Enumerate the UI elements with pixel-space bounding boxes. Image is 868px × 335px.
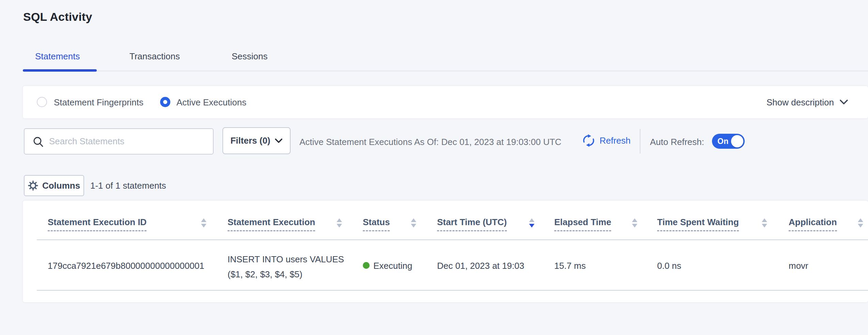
cell-statement-execution-id: 179cca7921e679b80000000000000001: [48, 261, 204, 271]
radio-label-active-executions[interactable]: Active Executions: [176, 97, 246, 107]
refresh-button-label: Refresh: [600, 135, 631, 146]
columns-button[interactable]: Columns: [24, 175, 84, 196]
page-title: SQL Activity: [23, 10, 92, 24]
toggle-state-label: On: [717, 137, 729, 146]
statements-table: Statement Execution ID Statement Executi…: [23, 201, 868, 302]
cell-elapsed-time: 15.7 ms: [554, 261, 586, 271]
column-header-application[interactable]: Application: [789, 217, 837, 231]
sort-icon-elapsed-time[interactable]: [632, 218, 637, 228]
refresh-button[interactable]: Refresh: [582, 134, 631, 147]
gear-icon: [28, 180, 38, 191]
cell-status: Executing: [373, 261, 412, 271]
filters-button[interactable]: Filters (0): [222, 127, 291, 154]
sort-icon-application[interactable]: [858, 218, 863, 228]
result-count: 1-1 of 1 statements: [90, 180, 166, 191]
column-header-status[interactable]: Status: [363, 217, 390, 231]
cell-statement-execution: INSERT INTO users VALUES ($1, $2, $3, $4…: [228, 252, 344, 282]
show-description-toggle[interactable]: Show description: [766, 97, 848, 107]
search-icon: [32, 136, 45, 149]
view-mode-card: Statement Fingerprints Active Executions…: [23, 86, 868, 118]
radio-active-executions[interactable]: [160, 97, 170, 107]
columns-button-label: Columns: [42, 180, 80, 191]
column-header-statement-execution-id[interactable]: Statement Execution ID: [48, 217, 146, 231]
column-header-elapsed-time[interactable]: Elapsed Time: [554, 217, 611, 231]
filters-button-label: Filters (0): [230, 135, 270, 146]
table-header-separator: [37, 239, 868, 240]
status-dot-icon: [363, 262, 370, 269]
column-header-time-spent-waiting[interactable]: Time Spent Waiting: [657, 217, 739, 231]
active-tab-indicator: [23, 69, 97, 72]
sort-icon-start-time[interactable]: [529, 218, 534, 228]
toolbar-divider: [640, 129, 640, 154]
statement-line-1: INSERT INTO users VALUES: [228, 252, 344, 267]
column-header-statement-execution[interactable]: Statement Execution: [228, 217, 315, 231]
sort-icon-statement-execution[interactable]: [337, 218, 342, 228]
tab-sessions[interactable]: Sessions: [232, 51, 268, 62]
search-statements-box: [24, 128, 214, 155]
cell-application: movr: [789, 261, 808, 271]
toggle-knob: [731, 135, 743, 147]
sort-icon-status[interactable]: [411, 218, 416, 228]
chevron-down-icon: [839, 99, 848, 105]
cell-start-time: Dec 01, 2023 at 19:03: [437, 261, 524, 271]
chevron-down-icon: [275, 138, 283, 144]
tab-transactions[interactable]: Transactions: [129, 51, 180, 62]
refresh-icon: [582, 134, 595, 147]
table-row-separator: [37, 290, 868, 291]
column-header-start-time[interactable]: Start Time (UTC): [437, 217, 507, 231]
radio-statement-fingerprints[interactable]: [37, 97, 47, 107]
show-description-label: Show description: [766, 97, 834, 107]
tab-statements[interactable]: Statements: [35, 51, 80, 62]
auto-refresh-label: Auto Refresh:: [650, 137, 704, 147]
cell-time-spent-waiting: 0.0 ns: [657, 261, 681, 271]
sort-icon-statement-execution-id[interactable]: [201, 218, 206, 228]
as-of-timestamp-text: Active Statement Executions As Of: Dec 0…: [299, 137, 561, 147]
tab-divider-line: [23, 71, 868, 71]
radio-label-statement-fingerprints[interactable]: Statement Fingerprints: [54, 97, 143, 107]
auto-refresh-toggle[interactable]: On: [712, 134, 745, 149]
sort-icon-time-spent-waiting[interactable]: [762, 218, 767, 228]
statement-line-2: ($1, $2, $3, $4, $5): [228, 267, 344, 282]
search-input[interactable]: [25, 129, 213, 154]
